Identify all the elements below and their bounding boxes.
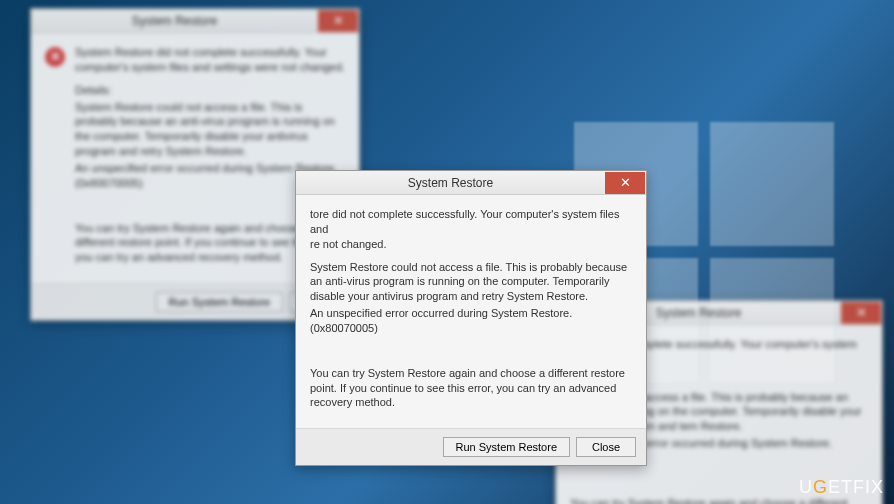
run-system-restore-button[interactable]: Run System Restore xyxy=(443,437,570,457)
window-title: System Restore xyxy=(31,14,318,28)
details-label: Details: xyxy=(75,83,345,98)
watermark: UGETFIX xyxy=(799,477,884,498)
close-icon[interactable]: ✕ xyxy=(841,302,881,324)
error-code-text: An unspecified error occurred during Sys… xyxy=(310,306,632,336)
run-system-restore-button[interactable]: Run System Restore xyxy=(156,292,283,312)
watermark-suffix: ETFIX xyxy=(828,477,884,497)
summary-text: tore did not complete successfully. Your… xyxy=(310,207,632,252)
dialog-footer: Run System Restore Close xyxy=(296,428,646,465)
window-title: System Restore xyxy=(296,176,605,190)
titlebar: System Restore ✕ xyxy=(296,171,646,195)
summary-text: System Restore did not complete successf… xyxy=(75,45,345,75)
watermark-prefix: U xyxy=(799,477,813,497)
details-text: System Restore could not access a file. … xyxy=(310,260,632,305)
watermark-highlight: G xyxy=(813,477,828,497)
close-icon[interactable]: ✕ xyxy=(605,172,645,194)
details-text: System Restore could not access a file. … xyxy=(75,100,345,159)
close-icon[interactable]: ✕ xyxy=(318,10,358,32)
close-button[interactable]: Close xyxy=(576,437,636,457)
retry-text: You can try System Restore again and cho… xyxy=(310,366,632,411)
error-icon: ✕ xyxy=(45,47,65,67)
system-restore-dialog-main: System Restore ✕ tore did not complete s… xyxy=(295,170,647,466)
dialog-body: tore did not complete successfully. Your… xyxy=(296,195,646,428)
titlebar: System Restore ✕ xyxy=(31,9,359,33)
